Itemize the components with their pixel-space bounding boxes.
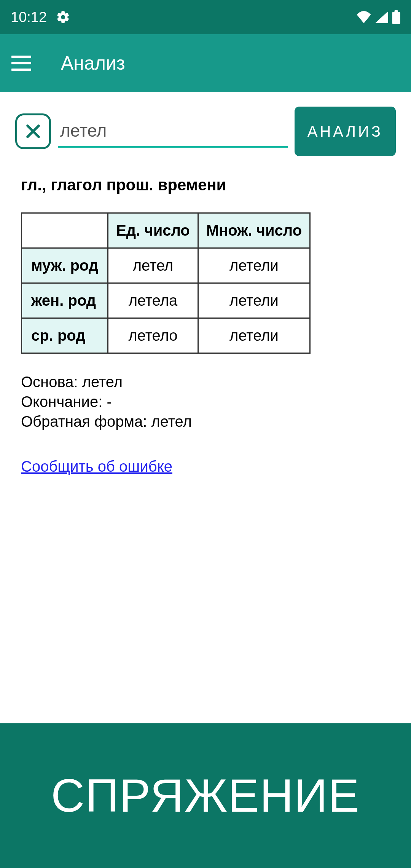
wifi-icon: [356, 11, 371, 23]
row-label: муж. род: [22, 248, 108, 283]
row-label: ср. род: [22, 318, 108, 353]
gear-icon: [56, 10, 70, 24]
cell-singular: летела: [108, 283, 198, 318]
clear-button[interactable]: [15, 113, 51, 149]
cell-singular: летел: [108, 248, 198, 283]
info-reverse: Обратная форма: летел: [21, 412, 390, 431]
cell-plural: летели: [198, 248, 310, 283]
table-row: муж. род летел летели: [22, 248, 310, 283]
table-row: жен. род летела летели: [22, 283, 310, 318]
cell-plural: летели: [198, 318, 310, 353]
status-left: 10:12: [11, 9, 70, 26]
report-error-link[interactable]: Сообщить об ошибке: [21, 458, 172, 475]
search-input[interactable]: [58, 115, 288, 148]
status-bar: 10:12: [0, 0, 411, 34]
part-of-speech-label: гл., глагол прош. времени: [21, 176, 390, 194]
morphology-info: Основа: летел Окончание: - Обратная форм…: [21, 372, 390, 431]
col-singular: Ед. число: [108, 213, 198, 248]
info-ending: Окончание: -: [21, 392, 390, 412]
content: гл., глагол прош. времени Ед. число Множ…: [0, 165, 411, 723]
footer-banner-text: СПРЯЖЕНИЕ: [51, 769, 360, 822]
page-title: Анализ: [61, 52, 125, 74]
hamburger-icon[interactable]: [11, 51, 36, 75]
status-time: 10:12: [11, 9, 47, 26]
status-right: [356, 10, 400, 24]
row-label: жен. род: [22, 283, 108, 318]
cell-plural: летели: [198, 283, 310, 318]
app-bar: Анализ: [0, 34, 411, 92]
close-icon: [24, 122, 43, 141]
signal-icon: [375, 11, 388, 23]
col-plural: Множ. число: [198, 213, 310, 248]
table-row: ср. род летело летели: [22, 318, 310, 353]
analyze-button[interactable]: АНАЛИЗ: [295, 107, 396, 156]
search-row: АНАЛИЗ: [0, 92, 411, 165]
battery-icon: [392, 10, 400, 24]
info-base: Основа: летел: [21, 372, 390, 392]
table-header-row: Ед. число Множ. число: [22, 213, 310, 248]
conjugation-table: Ед. число Множ. число муж. род летел лет…: [21, 212, 311, 354]
svg-rect-1: [395, 10, 398, 13]
table-corner-cell: [22, 213, 108, 248]
footer-banner[interactable]: СПРЯЖЕНИЕ: [0, 723, 411, 868]
svg-rect-0: [392, 12, 400, 24]
cell-singular: летело: [108, 318, 198, 353]
